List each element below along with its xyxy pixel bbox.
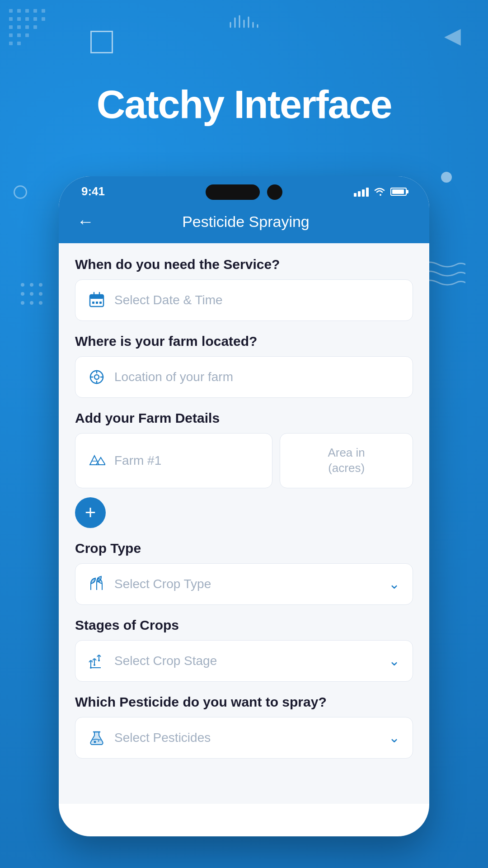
page-title: Catchy Interface [0,81,488,127]
signal-bar-2 [358,191,361,197]
pesticide-icon [88,729,105,746]
location-icon [88,368,105,386]
svg-rect-17 [9,42,13,45]
crop-type-chevron-icon: ⌄ [389,576,400,592]
crop-type-dropdown[interactable]: Select Crop Type ⌄ [75,563,413,605]
svg-point-29 [21,292,24,296]
svg-rect-2 [25,9,29,13]
location-placeholder: Location of your farm [114,370,233,384]
date-time-field[interactable]: Select Date & Time [75,279,413,321]
date-time-placeholder: Select Date & Time [114,293,223,307]
crop-type-icon [88,576,105,593]
svg-rect-40 [96,302,98,304]
svg-rect-10 [9,25,13,29]
signal-bar-4 [366,188,369,197]
svg-rect-8 [33,17,37,21]
bg-dots-decor [9,9,63,63]
crop-stage-placeholder: Select Crop Stage [114,654,217,668]
status-time: 9:41 [81,184,105,198]
svg-rect-36 [90,295,103,299]
plus-dots-decor [18,280,54,323]
pesticide-section: Which Pesticide do you want to spray? Se… [75,694,413,759]
svg-rect-12 [25,25,29,29]
pesticide-chevron-icon: ⌄ [389,730,400,745]
notch-camera [267,184,282,200]
pesticide-title: Which Pesticide do you want to spray? [75,694,413,710]
signal-bars-icon [354,187,369,197]
svg-point-31 [39,292,42,296]
svg-point-27 [30,283,33,287]
svg-point-59 [94,741,96,743]
battery-icon [390,188,407,196]
back-button[interactable]: ← [77,212,94,231]
crop-stage-dropdown[interactable]: Select Crop Stage ⌄ [75,640,413,682]
content-area: When do you need the Service? Select Dat… [59,243,429,804]
svg-rect-4 [42,9,45,13]
svg-point-43 [94,375,99,379]
phone-mockup: 9:41 ← Pesticide Spraying [59,176,429,836]
when-section: When do you need the Service? Select Dat… [75,257,413,321]
area-placeholder: Area in(acres) [328,445,365,476]
signal-bar-1 [354,193,357,197]
arrow-right-icon: ◀ [444,23,461,48]
area-field[interactable]: Area in(acres) [280,433,413,488]
app-header: ← Pesticide Spraying [59,203,429,243]
svg-rect-11 [17,25,21,29]
svg-point-30 [30,292,33,296]
signal-bar-3 [362,189,365,197]
plus-icon: + [85,503,96,522]
svg-rect-6 [17,17,21,21]
crop-type-section: Crop Type Select Crop Type ⌄ [75,541,413,605]
pesticide-dropdown[interactable]: Select Pesticides ⌄ [75,717,413,759]
calendar-icon [88,292,105,309]
circle-outline-decor [14,185,27,199]
crop-type-placeholder: Select Crop Type [114,577,211,591]
svg-rect-7 [25,17,29,21]
crop-stage-title: Stages of Crops [75,618,413,633]
pesticide-placeholder: Select Pesticides [114,731,211,745]
square-decor [90,31,113,53]
svg-point-60 [98,740,99,741]
circle-decor [441,172,452,183]
svg-rect-39 [92,302,94,304]
farm-name-placeholder: Farm #1 [114,453,161,468]
crop-stage-icon [88,652,105,670]
svg-rect-16 [25,33,29,37]
svg-point-26 [21,283,24,287]
svg-point-28 [39,283,42,287]
svg-rect-5 [9,17,13,21]
add-farm-button[interactable]: + [75,497,106,528]
svg-rect-13 [33,25,37,29]
crop-type-title: Crop Type [75,541,413,556]
farm-name-field[interactable]: Farm #1 [75,433,272,488]
svg-rect-41 [99,302,102,304]
svg-rect-18 [17,42,21,45]
when-section-title: When do you need the Service? [75,257,413,272]
where-section: Where is your farm located? Location of … [75,334,413,398]
farm-details-section: Add your Farm Details Farm #1 Area in(ac… [75,410,413,528]
svg-rect-14 [9,33,13,37]
svg-rect-9 [42,17,45,21]
farm-icon [88,452,105,469]
svg-rect-0 [9,9,13,13]
notch-pill [206,184,260,200]
phone-notch [206,176,282,200]
wifi-icon [373,187,386,197]
status-icons [354,187,407,197]
crop-stage-section: Stages of Crops Select Crop Stage ⌄ [75,618,413,682]
svg-rect-1 [17,9,21,13]
svg-point-32 [21,301,24,305]
crop-stage-chevron-icon: ⌄ [389,653,400,669]
location-field[interactable]: Location of your farm [75,356,413,398]
svg-point-34 [39,301,42,305]
svg-rect-15 [17,33,21,37]
farm-details-row: Farm #1 Area in(acres) [75,433,413,488]
header-title: Pesticide Spraying [108,213,384,231]
svg-rect-3 [33,9,37,13]
svg-point-33 [30,301,33,305]
where-section-title: Where is your farm located? [75,334,413,349]
farm-details-title: Add your Farm Details [75,410,413,426]
sound-wave-icon [226,14,262,42]
